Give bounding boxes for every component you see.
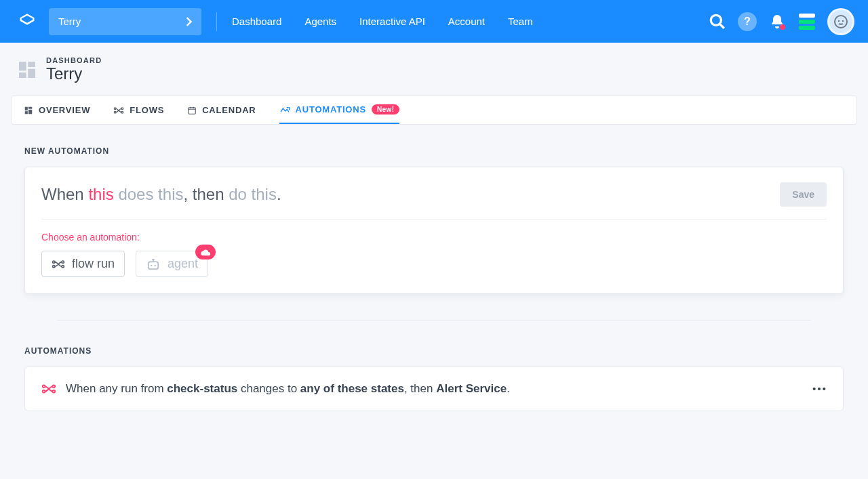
section-divider	[57, 320, 811, 320]
tab-label: CALENDAR	[202, 105, 256, 115]
nav-right: ?	[708, 8, 854, 35]
svg-rect-9	[28, 106, 32, 108]
tenant-name: Terry	[58, 16, 81, 27]
svg-point-19	[62, 261, 64, 263]
tabs: OVERVIEW FLOWS CALENDAR AUTOMATIONS New!	[11, 96, 857, 125]
choice-agent[interactable]: agent	[136, 251, 208, 277]
flow-icon	[41, 383, 56, 395]
tab-automations[interactable]: AUTOMATIONS New!	[279, 96, 400, 124]
new-automation-card: When this does this, then do this. Save …	[24, 167, 844, 294]
svg-point-24	[43, 386, 45, 388]
svg-rect-10	[28, 109, 32, 113]
tab-label: FLOWS	[130, 105, 164, 115]
rule-mid: changes to	[237, 382, 300, 395]
rule-action: Alert Service	[436, 382, 507, 395]
nav-agents[interactable]: Agents	[304, 16, 336, 27]
page-title: Terry	[46, 64, 102, 83]
svg-point-25	[43, 390, 45, 393]
app-logo[interactable]	[16, 11, 38, 33]
svg-point-1	[835, 16, 847, 28]
svg-point-27	[53, 390, 56, 393]
choice-label: agent	[167, 257, 198, 271]
rule-then: , then	[404, 382, 436, 395]
rule-flow-name: check-status	[167, 382, 237, 395]
choice-flow-run[interactable]: flow run	[41, 251, 125, 277]
svg-point-22	[151, 264, 152, 266]
sentence-this-trigger[interactable]: this	[88, 185, 113, 203]
rule-suffix: .	[507, 382, 510, 395]
avatar[interactable]	[827, 8, 854, 35]
more-menu-icon[interactable]	[812, 387, 827, 391]
content: NEW AUTOMATION When this does this, then…	[0, 125, 868, 411]
sentence-period: .	[277, 185, 281, 203]
topbar: Terry Dashboard Agents Interactive API A…	[0, 0, 868, 43]
automation-rule-text: When any run from check-status changes t…	[66, 382, 510, 396]
tab-flows[interactable]: FLOWS	[113, 96, 164, 124]
svg-point-13	[115, 111, 117, 113]
help-icon[interactable]: ?	[738, 12, 757, 31]
svg-rect-4	[19, 62, 26, 70]
sentence-when: When	[41, 185, 88, 203]
svg-rect-6	[28, 69, 35, 78]
notification-dot-icon	[780, 24, 785, 30]
svg-point-14	[121, 108, 123, 110]
page-header: DASHBOARD Terry	[0, 43, 868, 96]
svg-point-18	[53, 265, 55, 267]
sentence-do-this: do this	[229, 185, 277, 203]
svg-rect-11	[25, 111, 28, 114]
svg-rect-7	[19, 72, 26, 78]
tab-label: OVERVIEW	[39, 105, 90, 115]
svg-point-23	[155, 264, 156, 266]
svg-rect-8	[25, 106, 28, 110]
sentence-does-this: does this	[114, 185, 184, 203]
svg-point-12	[115, 108, 117, 110]
chevron-right-icon	[185, 17, 192, 26]
svg-point-20	[62, 265, 64, 267]
svg-rect-5	[28, 62, 35, 67]
choose-automation-label: Choose an automation:	[41, 232, 827, 243]
dashboard-icon	[16, 59, 38, 81]
nav-links: Dashboard Agents Interactive API Account…	[232, 16, 533, 27]
tenant-switcher[interactable]: Terry	[49, 8, 201, 35]
svg-point-29	[818, 388, 821, 390]
automation-rule-card[interactable]: When any run from check-status changes t…	[24, 367, 844, 411]
breadcrumb: DASHBOARD	[46, 56, 102, 64]
nav-team[interactable]: Team	[508, 16, 533, 27]
save-button[interactable]: Save	[780, 182, 827, 207]
nav-api[interactable]: Interactive API	[359, 16, 425, 27]
svg-point-0	[711, 15, 721, 25]
section-label-new-automation: NEW AUTOMATION	[24, 146, 844, 156]
system-status-icon[interactable]	[797, 12, 816, 31]
svg-point-26	[53, 386, 56, 388]
choice-label: flow run	[72, 257, 115, 271]
nav-dashboard[interactable]: Dashboard	[232, 16, 281, 27]
new-automation-header-row: When this does this, then do this. Save	[41, 182, 827, 220]
agent-icon	[146, 258, 161, 270]
svg-rect-21	[149, 262, 158, 269]
svg-point-3	[842, 20, 844, 21]
page-header-text: DASHBOARD Terry	[46, 56, 102, 83]
svg-rect-16	[189, 107, 196, 113]
tab-label: AUTOMATIONS	[296, 104, 366, 114]
new-badge: New!	[372, 104, 400, 114]
sentence-then: , then	[183, 185, 229, 203]
rule-states: any of these states	[300, 382, 404, 395]
flow-icon	[52, 259, 65, 270]
notifications-icon[interactable]	[768, 12, 787, 31]
automation-choices: flow run agent	[41, 251, 827, 277]
nav-account[interactable]: Account	[448, 16, 485, 27]
tab-overview[interactable]: OVERVIEW	[24, 96, 90, 124]
automation-sentence: When this does this, then do this.	[41, 185, 281, 204]
rule-prefix: When any run from	[66, 382, 167, 395]
svg-point-15	[121, 111, 123, 113]
svg-point-30	[823, 388, 825, 390]
svg-point-28	[813, 388, 816, 390]
nav-divider	[216, 12, 217, 31]
tab-calendar[interactable]: CALENDAR	[187, 96, 256, 124]
section-label-automations: AUTOMATIONS	[24, 346, 844, 356]
svg-point-2	[838, 20, 840, 21]
svg-point-17	[53, 261, 55, 263]
search-icon[interactable]	[708, 12, 727, 31]
cloud-badge-icon	[195, 245, 216, 259]
